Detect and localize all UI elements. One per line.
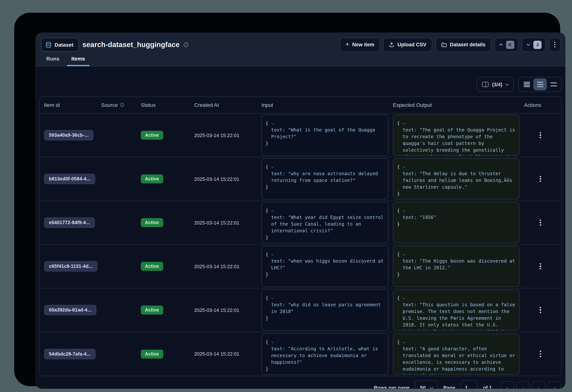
density-compact-button[interactable] xyxy=(520,78,533,90)
item-id-pill[interactable]: b813ed0f-0584-4... xyxy=(44,174,95,184)
col-header-input[interactable]: Input xyxy=(257,102,388,108)
expected-output-json-block[interactable]: { text: "The Higgs boson was discovered … xyxy=(393,246,520,287)
column-visibility-button[interactable]: (3/4) xyxy=(477,77,514,92)
table-rows: 593a40a9-36cb-... Active 2025-03-14 15:2… xyxy=(40,113,561,376)
next-item-shortcut-button[interactable]: J xyxy=(522,38,546,52)
new-item-button[interactable]: + New item xyxy=(340,38,380,52)
window-frame: Dataset search-dataset_huggingface + Ne xyxy=(14,13,560,386)
rows-per-page-select[interactable]: 50 xyxy=(415,380,438,389)
table-row: e5401772-84f9-4... Active 2025-03-14 15:… xyxy=(40,201,561,245)
collapse-chevron-icon[interactable] xyxy=(402,209,405,212)
header-actions: + New item Upload CSV xyxy=(340,38,561,52)
collapse-chevron-icon[interactable] xyxy=(402,122,405,124)
input-json-block[interactable]: { text: "According to Aristotle, what is… xyxy=(261,333,388,375)
created-at-value: 2025-03-14 15:22:01 xyxy=(190,307,257,313)
density-tall-button[interactable] xyxy=(547,78,560,90)
collapse-chevron-icon[interactable] xyxy=(271,209,274,212)
table-row: c65f41c8-1131-4d... Active 2025-03-14 15… xyxy=(40,245,561,288)
row-actions-menu-button[interactable] xyxy=(537,173,544,185)
collapse-chevron-icon[interactable] xyxy=(271,341,274,343)
item-id-pill[interactable]: 593a40a9-36cb-... xyxy=(44,130,94,141)
collapse-chevron-icon[interactable] xyxy=(271,253,274,255)
expected-output-json-block[interactable]: { text: "The delay is due to thruster fa… xyxy=(393,158,520,200)
col-header-source[interactable]: Source xyxy=(97,102,136,108)
row-actions-menu-button[interactable] xyxy=(537,260,544,272)
input-json-block[interactable]: { text: "when was higgs boson discoverd … xyxy=(261,246,388,287)
keycap-k: K xyxy=(506,41,514,49)
input-cell: { text: "What is the goal of the Quagga … xyxy=(257,115,388,156)
table-toolbar: (3/4) xyxy=(39,77,562,92)
pager-buttons: « ‹ › » xyxy=(501,381,561,389)
title-info-icon[interactable] xyxy=(183,42,189,47)
input-json-block[interactable]: { text: "why are nasa astronauts delayed… xyxy=(261,158,388,200)
dataset-details-button[interactable]: Dataset details xyxy=(435,38,491,52)
collapse-chevron-icon[interactable] xyxy=(402,253,405,255)
dataset-badge-label: Dataset xyxy=(55,42,73,48)
row-actions-menu-button[interactable] xyxy=(537,129,544,141)
actions-cell xyxy=(520,129,561,141)
col-header-created-at[interactable]: Created At xyxy=(190,102,257,108)
tab-bar: Runs Items xyxy=(41,56,90,66)
page-total-label: of 1 xyxy=(483,385,492,389)
actions-cell xyxy=(520,260,561,272)
expected-output-cell: { text: "The goal of the Quagga Project … xyxy=(388,115,520,156)
col-header-actions: Actions xyxy=(520,102,561,108)
col-header-status[interactable]: Status xyxy=(136,102,190,108)
previous-page-button[interactable]: ‹ xyxy=(517,381,530,389)
window-body: (3/4) Item id Source xyxy=(36,77,565,389)
expected-output-json-block[interactable]: { text: "1956" } xyxy=(393,202,520,243)
input-json-block[interactable]: { text: "What year did Egypt seize contr… xyxy=(261,202,388,243)
expected-output-json-block[interactable]: { text: "A good character, often transla… xyxy=(393,333,520,375)
expected-output-cell: { text: "This question is based on a fal… xyxy=(388,289,520,330)
last-page-button[interactable]: » xyxy=(548,381,561,389)
upload-icon xyxy=(389,42,395,47)
row-actions-menu-button[interactable] xyxy=(537,348,544,360)
collapse-chevron-icon[interactable] xyxy=(271,165,274,168)
expected-output-json-block[interactable]: { text: "The goal of the Quagga Project … xyxy=(393,115,520,156)
density-medium-button[interactable] xyxy=(533,78,547,90)
collapse-chevron-icon[interactable] xyxy=(402,297,405,299)
table-row: 593a40a9-36cb-... Active 2025-03-14 15:2… xyxy=(40,113,561,157)
chevron-up-icon xyxy=(499,42,504,47)
actions-cell xyxy=(520,348,561,360)
item-id-pill[interactable]: c65f41c8-1131-4d... xyxy=(44,261,97,271)
first-page-button[interactable]: « xyxy=(501,381,514,389)
stage: Dataset search-dataset_huggingface + Ne xyxy=(0,0,572,392)
col-header-expected-output[interactable]: Expected Output xyxy=(388,102,520,108)
page-number-input[interactable] xyxy=(461,380,478,389)
created-at-value: 2025-03-14 15:22:01 xyxy=(190,264,257,269)
previous-item-shortcut-button[interactable]: K xyxy=(494,38,518,52)
collapse-chevron-icon[interactable] xyxy=(402,165,405,168)
items-table: Item id Source Status Created At Input xyxy=(39,96,562,376)
input-json-block[interactable]: { text: "why did us leave paris agreemen… xyxy=(261,289,388,330)
created-at-value: 2025-03-14 15:22:01 xyxy=(190,132,257,138)
status-cell: Active xyxy=(136,306,190,314)
item-id-pill[interactable]: e5401772-84f9-4... xyxy=(44,217,95,228)
input-json-block[interactable]: { text: "What is the goal of the Quagga … xyxy=(261,115,388,156)
status-cell: Active xyxy=(136,131,190,140)
row-actions-menu-button[interactable] xyxy=(537,217,544,229)
header-overflow-menu-button[interactable] xyxy=(549,38,561,52)
row-actions-menu-button[interactable] xyxy=(537,304,544,316)
item-id-cell: e5401772-84f9-4... xyxy=(40,217,97,228)
expected-output-json-block[interactable]: { text: "This question is based on a fal… xyxy=(393,289,520,330)
collapse-chevron-icon[interactable] xyxy=(271,297,274,299)
col-header-item-id[interactable]: Item id xyxy=(40,102,97,108)
keycap-j: J xyxy=(533,41,541,49)
status-badge: Active xyxy=(141,218,163,227)
status-badge: Active xyxy=(141,349,163,358)
database-icon xyxy=(45,41,52,48)
item-id-pill[interactable]: 54dbdc28-7afa-4... xyxy=(44,349,95,359)
created-at-value: 2025-03-14 15:22:01 xyxy=(190,176,257,182)
upload-csv-button[interactable]: Upload CSV xyxy=(383,38,432,52)
collapse-chevron-icon[interactable] xyxy=(402,341,405,343)
status-cell: Active xyxy=(136,262,190,271)
item-id-pill[interactable]: 60a392da-81ad-4... xyxy=(44,305,96,315)
window-header: Dataset search-dataset_huggingface + Ne xyxy=(36,33,565,66)
page-title: search-dataset_huggingface xyxy=(82,41,179,49)
collapse-chevron-icon[interactable] xyxy=(271,122,274,124)
tab-runs[interactable]: Runs xyxy=(41,56,65,66)
status-badge: Active xyxy=(141,131,163,140)
tab-items[interactable]: Items xyxy=(66,56,90,66)
next-page-button[interactable]: › xyxy=(532,381,545,389)
